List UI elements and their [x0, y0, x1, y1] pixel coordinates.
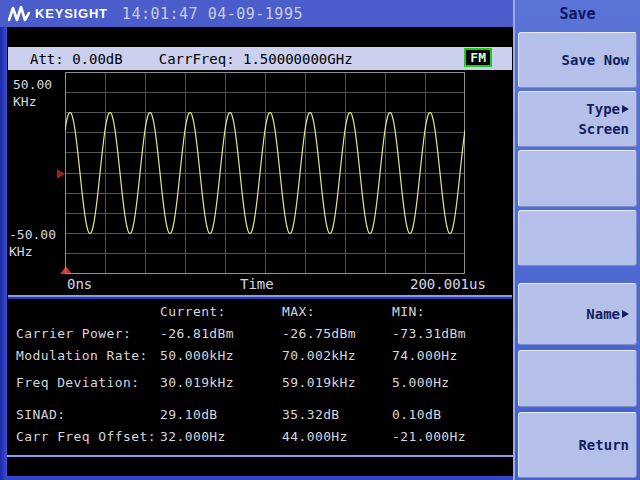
header-bar: KEYSIGHT 14:01:47 04-09-1995: [0, 0, 513, 27]
softkey-return[interactable]: Return: [518, 412, 637, 478]
measure-value: 30.019kHz: [160, 375, 234, 390]
y-axis-bottom-value: -50.00: [9, 226, 56, 243]
measure-value: 29.10dB: [160, 407, 218, 422]
y-axis-top-value: 50.00: [13, 76, 52, 93]
softkey-label: Save Now: [519, 33, 636, 87]
softkey-label: [519, 351, 636, 406]
column-header: MIN:: [392, 304, 425, 319]
y-axis-bottom-label: -50.00 KHz: [9, 226, 56, 260]
measure-value: 35.32dB: [282, 407, 340, 422]
menu-title: Save: [515, 5, 640, 23]
section-divider-shadow: [8, 297, 512, 299]
softkey-text: Save Now: [562, 52, 629, 68]
keysight-spark-icon: [8, 5, 30, 23]
measure-value: -21.000Hz: [392, 429, 466, 444]
measure-value: 32.000Hz: [160, 429, 226, 444]
softkey-menu: Save Save NowTypeScreenNameReturn: [513, 0, 640, 480]
softkey-text: Type: [586, 101, 620, 117]
softkey-type-screen[interactable]: TypeScreen: [518, 91, 637, 147]
y-axis-top-unit: KHz: [13, 93, 52, 110]
softkey-blank-2[interactable]: [518, 210, 637, 266]
softkey-blank-3[interactable]: [518, 350, 637, 407]
x-axis-start-label: 0ns: [67, 276, 92, 292]
measure-value: -26.81dBm: [160, 326, 234, 341]
instrument-screen: KEYSIGHT 14:01:47 04-09-1995 Att: 0.00dB…: [0, 0, 640, 480]
measure-value: -26.75dBm: [282, 326, 356, 341]
submenu-arrow-icon: [622, 105, 629, 113]
left-border-strip: [0, 27, 7, 480]
status-bar: Att: 0.00dB CarrFreq: 1.50000000GHz FM: [8, 47, 512, 70]
measure-value: 44.000Hz: [282, 429, 348, 444]
message-bar-border-bottom: [7, 476, 513, 480]
softkey-text: Return: [578, 437, 629, 453]
waveform-plot: [65, 72, 465, 274]
softkey-text: Name: [586, 306, 620, 322]
measure-label: SINAD:: [16, 407, 65, 422]
y-axis-bottom-unit: KHz: [9, 243, 56, 260]
measure-label: Carrier Power:: [16, 326, 131, 341]
x-axis-title: Time: [240, 276, 274, 292]
measure-label: Carr Freq Offset:: [16, 429, 156, 444]
measure-value: 59.019kHz: [282, 375, 356, 390]
softkey-blank-1[interactable]: [518, 150, 637, 207]
measure-label: Freq Deviation:: [16, 375, 139, 390]
keysight-logo: KEYSIGHT: [8, 5, 108, 23]
softkey-label: Return: [519, 413, 636, 477]
fm-mode-badge: FM: [464, 48, 492, 67]
softkey-label: [519, 151, 636, 206]
measure-value: 70.002kHz: [282, 348, 356, 363]
measure-value: 50.000kHz: [160, 348, 234, 363]
softkey-save-now[interactable]: Save Now: [518, 32, 637, 88]
measurements-table: Current:MAX:MIN:Carrier Power:-26.81dBm-…: [8, 300, 512, 452]
datetime-display: 14:01:47 04-09-1995: [122, 5, 303, 23]
main-display: Att: 0.00dB CarrFreq: 1.50000000GHz FM 5…: [7, 27, 513, 480]
measure-value: 0.10dB: [392, 407, 441, 422]
measure-value: 74.000Hz: [392, 348, 458, 363]
submenu-arrow-icon: [622, 310, 629, 318]
brand-name: KEYSIGHT: [35, 6, 108, 21]
softkey-label: TypeScreen: [519, 92, 636, 146]
softkey-subtext: Screen: [578, 121, 629, 137]
softkey-label: Name: [519, 284, 636, 344]
message-bar: [7, 457, 513, 476]
measure-value: 5.000Hz: [392, 375, 450, 390]
column-header: Current:: [160, 304, 226, 319]
measure-label: Modulation Rate:: [16, 348, 148, 363]
attenuation-readout: Att: 0.00dB: [30, 51, 123, 67]
measure-value: -73.31dBm: [392, 326, 466, 341]
reference-level-marker-icon: [57, 169, 65, 179]
column-header: MAX:: [282, 304, 315, 319]
x-axis-end-label: 200.001us: [410, 276, 486, 292]
softkey-label: [519, 211, 636, 265]
softkey-name[interactable]: Name: [518, 283, 637, 345]
carrier-freq-readout: CarrFreq: 1.50000000GHz: [159, 51, 353, 67]
y-axis-top-label: 50.00 KHz: [13, 76, 52, 110]
